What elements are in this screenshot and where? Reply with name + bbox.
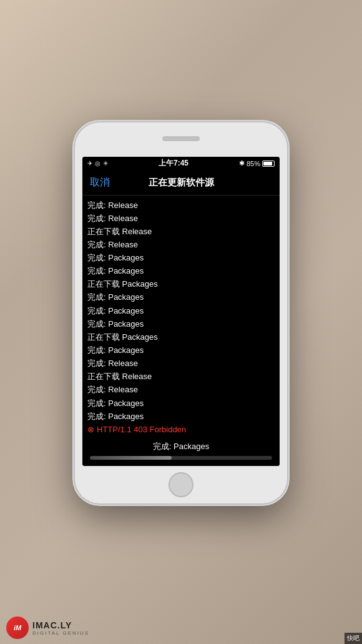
progress-bar-fill: [90, 456, 172, 460]
watermark-text: IMAC.LY DIGITAL GENIUS: [32, 620, 89, 636]
log-item: 正在下载 Packages: [87, 331, 275, 344]
watermark-name: IMAC.LY: [32, 620, 89, 630]
progress-last-text: 完成: Packages: [90, 441, 272, 452]
watermark-subtitle: DIGITAL GENIUS: [32, 630, 89, 636]
phone-screen: ✈ ◎ ✳ 上午7:45 ✱ 85% 取消 正在更新软件源: [82, 157, 280, 466]
log-content: 完成: Release完成: Release正在下载 Release完成: Re…: [82, 196, 280, 436]
log-item: 正在下载 Packages: [87, 278, 275, 290]
watermark-logo: iM: [6, 617, 29, 639]
log-item: 完成: Packages: [87, 344, 275, 357]
phone-speaker: [162, 136, 200, 141]
log-item: 完成: Release: [87, 199, 275, 212]
log-item: 完成: Packages: [87, 291, 275, 304]
phone-body: ✈ ◎ ✳ 上午7:45 ✱ 85% 取消 正在更新软件源: [75, 122, 287, 503]
phone-wrapper: ✈ ◎ ✳ 上午7:45 ✱ 85% 取消 正在更新软件源: [75, 122, 287, 503]
status-right: ✱ 85%: [239, 159, 275, 167]
log-item: 完成: Packages: [87, 397, 275, 410]
corner-tag: 快吧: [345, 633, 362, 644]
error-icon: ⊗: [87, 424, 94, 436]
wifi-icon: ◎: [95, 160, 100, 167]
status-time: 上午7:45: [159, 158, 188, 169]
airplane-icon: ✈: [87, 160, 92, 167]
progress-bar-container: [90, 456, 272, 460]
log-item: 完成: Release: [87, 212, 275, 225]
log-item: 完成: Packages: [87, 318, 275, 330]
log-item: 完成: Release: [87, 239, 275, 251]
log-item: ⊗HTTP/1.1 403 Forbidden: [87, 424, 275, 436]
log-item: 完成: Packages: [87, 265, 275, 277]
cancel-button[interactable]: 取消: [90, 176, 110, 189]
home-button[interactable]: [169, 472, 193, 497]
page-title: 正在更新软件源: [149, 177, 214, 189]
bluetooth-icon: ✱: [239, 159, 245, 167]
log-item: 完成: Release: [87, 357, 275, 370]
log-item: 完成: Packages: [87, 252, 275, 264]
log-item: 完成: Release: [87, 384, 275, 396]
signal-icon: ✳: [103, 160, 108, 167]
log-item: 正在下载 Release: [87, 225, 275, 238]
battery-icon: [262, 161, 275, 167]
watermark: iM IMAC.LY DIGITAL GENIUS: [6, 617, 89, 639]
status-bar: ✈ ◎ ✳ 上午7:45 ✱ 85%: [82, 157, 280, 171]
progress-area: 完成: Packages: [82, 436, 280, 466]
log-item: 完成: Packages: [87, 410, 275, 423]
battery-percent: 85%: [247, 160, 260, 167]
log-item: 正在下载 Release: [87, 370, 275, 383]
nav-bar: 取消 正在更新软件源: [82, 171, 280, 196]
log-item: 完成: Packages: [87, 305, 275, 317]
status-left-icons: ✈ ◎ ✳: [87, 160, 108, 167]
